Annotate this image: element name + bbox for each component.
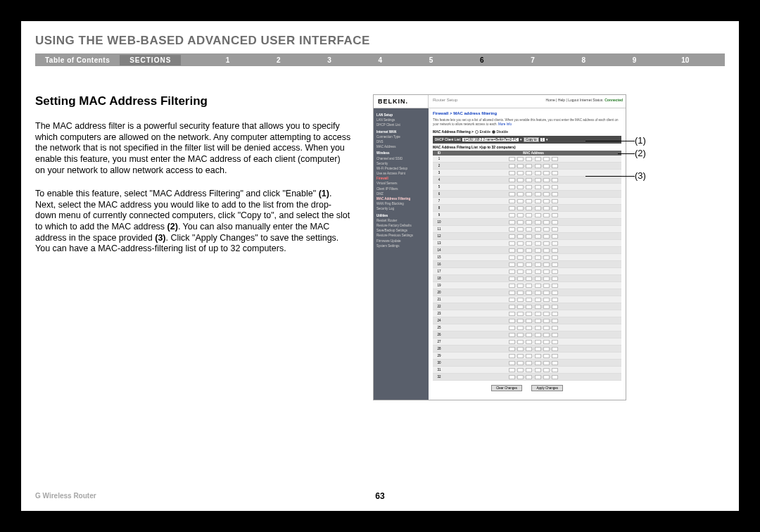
mac-octet-input[interactable] <box>509 284 515 288</box>
mac-octet-input[interactable] <box>509 361 515 365</box>
mac-octet-input[interactable] <box>517 270 524 274</box>
sidebar-item[interactable]: Connection Type <box>376 134 426 139</box>
mac-octet-input[interactable] <box>552 326 558 330</box>
mac-octet-input[interactable] <box>543 319 550 323</box>
mac-octet-input[interactable] <box>543 255 550 260</box>
mac-octet-input[interactable] <box>552 333 558 337</box>
mac-cell[interactable]: ::::: <box>445 163 621 170</box>
mac-octet-input[interactable] <box>535 157 541 161</box>
sidebar-item[interactable]: Virtual Servers <box>376 181 426 186</box>
mac-octet-input[interactable] <box>543 277 550 281</box>
mac-octet-input[interactable] <box>535 368 541 372</box>
mac-octet-input[interactable] <box>535 375 541 379</box>
mac-cell[interactable]: ::::: <box>445 282 621 289</box>
toc-link[interactable]: Table of Contents <box>35 56 120 64</box>
mac-octet-input[interactable] <box>526 241 532 246</box>
section-link-10[interactable]: 10 <box>660 56 711 64</box>
mac-octet-input[interactable] <box>535 248 541 253</box>
mac-octet-input[interactable] <box>526 220 532 224</box>
mac-octet-input[interactable] <box>509 326 515 330</box>
mac-octet-input[interactable] <box>552 354 558 358</box>
sidebar-item[interactable]: Wi-Fi Protected Setup <box>376 166 426 171</box>
mac-octet-input[interactable] <box>543 361 550 365</box>
mac-octet-input[interactable] <box>552 255 558 260</box>
mac-octet-input[interactable] <box>552 312 558 316</box>
mac-octet-input[interactable] <box>517 340 524 344</box>
mac-octet-input[interactable] <box>526 361 532 365</box>
dhcp-dropdown[interactable]: ip=192.168.2.2 name=BelkinTest2-PC <box>462 138 519 141</box>
mac-octet-input[interactable] <box>535 312 541 316</box>
mac-octet-input[interactable] <box>526 347 532 351</box>
mac-octet-input[interactable] <box>535 277 541 281</box>
mac-cell[interactable]: ::::: <box>445 317 621 324</box>
mac-octet-input[interactable] <box>509 157 515 161</box>
mac-octet-input[interactable] <box>535 171 541 175</box>
mac-octet-input[interactable] <box>509 347 515 351</box>
sidebar-item[interactable]: Use as Access Point <box>376 171 426 176</box>
mac-octet-input[interactable] <box>543 213 550 217</box>
mac-octet-input[interactable] <box>509 192 515 196</box>
mac-octet-input[interactable] <box>517 375 524 379</box>
copy-to-button[interactable]: Copy to <box>524 137 539 142</box>
mac-octet-input[interactable] <box>526 171 532 175</box>
mac-octet-input[interactable] <box>552 220 558 224</box>
mac-octet-input[interactable] <box>526 312 532 316</box>
mac-octet-input[interactable] <box>517 241 524 246</box>
sidebar-item[interactable]: Client IP Filters <box>376 186 426 191</box>
sidebar-item[interactable]: Security Log <box>376 206 426 211</box>
mac-octet-input[interactable] <box>517 185 524 189</box>
mac-octet-input[interactable] <box>517 206 524 210</box>
mac-octet-input[interactable] <box>543 234 550 239</box>
sidebar-item[interactable]: Restart Router <box>376 218 426 223</box>
mac-cell[interactable]: ::::: <box>445 219 621 226</box>
mac-octet-input[interactable] <box>526 262 532 267</box>
mac-octet-input[interactable] <box>552 178 558 182</box>
mac-cell[interactable]: ::::: <box>445 353 621 360</box>
section-link-1[interactable]: 1 <box>202 56 253 64</box>
mac-octet-input[interactable] <box>509 354 515 358</box>
mac-octet-input[interactable] <box>552 206 558 210</box>
mac-octet-input[interactable] <box>526 326 532 330</box>
mac-octet-input[interactable] <box>535 220 541 224</box>
mac-octet-input[interactable] <box>535 199 541 203</box>
mac-octet-input[interactable] <box>535 255 541 260</box>
sidebar-item[interactable]: MAC Address <box>376 144 426 149</box>
sidebar-item[interactable]: LAN Settings <box>376 118 426 122</box>
mac-octet-input[interactable] <box>526 255 532 260</box>
mac-cell[interactable]: ::::: <box>445 226 621 233</box>
mac-octet-input[interactable] <box>509 164 515 168</box>
mac-cell[interactable]: ::::: <box>445 296 621 303</box>
mac-octet-input[interactable] <box>509 270 515 274</box>
mac-octet-input[interactable] <box>526 227 532 232</box>
mac-octet-input[interactable] <box>552 262 558 267</box>
mac-octet-input[interactable] <box>543 298 550 302</box>
mac-octet-input[interactable] <box>517 248 524 253</box>
mac-octet-input[interactable] <box>552 171 558 175</box>
mac-octet-input[interactable] <box>543 333 550 337</box>
mac-octet-input[interactable] <box>517 213 524 217</box>
mac-octet-input[interactable] <box>509 277 515 281</box>
sidebar-item[interactable]: Firewall <box>376 176 426 181</box>
mac-cell[interactable]: ::::: <box>445 331 621 338</box>
mac-octet-input[interactable] <box>552 213 558 217</box>
mac-octet-input[interactable] <box>517 255 524 260</box>
mac-octet-input[interactable] <box>509 340 515 344</box>
section-link-3[interactable]: 3 <box>304 56 355 64</box>
mac-cell[interactable]: ::::: <box>445 205 621 212</box>
mac-octet-input[interactable] <box>526 248 532 253</box>
mac-octet-input[interactable] <box>517 319 524 323</box>
mac-octet-input[interactable] <box>543 241 550 246</box>
mac-octet-input[interactable] <box>552 227 558 232</box>
mac-octet-input[interactable] <box>543 157 550 161</box>
sidebar-item[interactable]: Restore Factory Defaults <box>376 223 426 228</box>
mac-octet-input[interactable] <box>543 171 550 175</box>
mac-octet-input[interactable] <box>509 291 515 295</box>
mac-octet-input[interactable] <box>543 368 550 372</box>
sidebar-item[interactable]: Firmware Update <box>376 239 426 243</box>
mac-octet-input[interactable] <box>526 199 532 203</box>
mac-octet-input[interactable] <box>517 234 524 239</box>
mac-cell[interactable]: ::::: <box>445 338 621 346</box>
mac-cell[interactable]: ::::: <box>445 374 621 381</box>
mac-octet-input[interactable] <box>543 305 550 309</box>
mac-cell[interactable]: ::::: <box>445 198 621 205</box>
